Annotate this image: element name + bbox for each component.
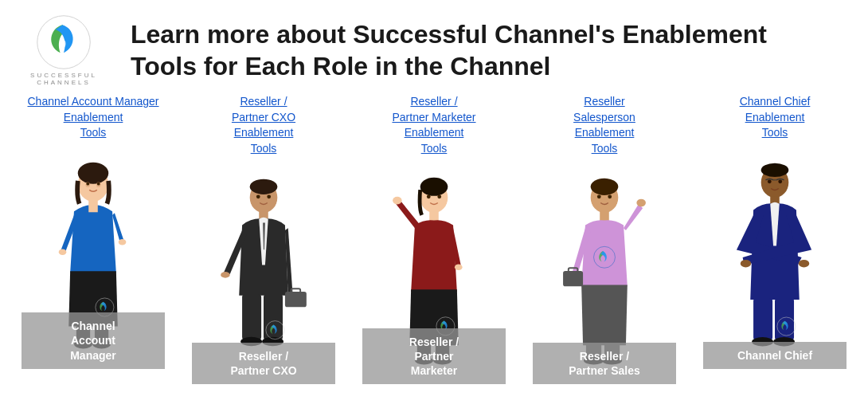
svg-point-44 — [636, 199, 646, 207]
svg-rect-60 — [775, 298, 794, 340]
cam-badge: ChannelAccountManager — [22, 312, 165, 369]
channel-account-manager-figure: ChannelAccountManager — [22, 146, 165, 369]
role-reseller-salesperson: ResellerSalespersonEnablementTools — [525, 94, 684, 384]
svg-point-17 — [250, 179, 278, 194]
channel-account-manager-link[interactable]: Channel Account ManagerEnablementTools — [28, 94, 159, 141]
logo-icon — [36, 14, 92, 70]
svg-point-55 — [761, 163, 789, 177]
svg-point-19 — [221, 272, 230, 278]
channel-chief-link[interactable]: Channel ChiefEnablementTools — [740, 94, 811, 141]
reseller-partner-marketer-figure: Reseller /PartnerMarketer — [362, 161, 506, 384]
role-reseller-partner-marketer: Reseller /Partner MarketerEnablementTool… — [354, 94, 514, 384]
svg-rect-21 — [291, 289, 301, 294]
reseller-salesperson-link[interactable]: ResellerSalespersonEnablementTools — [573, 94, 635, 156]
character-chief — [711, 158, 839, 357]
svg-point-32 — [393, 197, 402, 205]
svg-point-42 — [591, 179, 619, 195]
svg-point-3 — [78, 163, 108, 184]
svg-rect-59 — [753, 298, 772, 340]
svg-point-13 — [86, 183, 89, 186]
logo-text: Successful CHANNELS — [30, 72, 97, 86]
svg-point-63 — [768, 179, 772, 183]
svg-point-27 — [267, 195, 271, 199]
svg-point-39 — [437, 195, 441, 199]
chief-badge: Channel Chief — [703, 342, 846, 369]
page-title: Learn more about Successful Channel's En… — [131, 18, 767, 82]
svg-point-52 — [597, 195, 601, 199]
svg-point-5 — [59, 249, 67, 255]
svg-point-1 — [61, 40, 66, 49]
header: Successful CHANNELS Learn more about Suc… — [0, 0, 868, 94]
svg-point-33 — [455, 265, 463, 271]
svg-point-26 — [256, 195, 260, 199]
svg-point-14 — [97, 183, 100, 186]
logo: Successful CHANNELS — [16, 14, 111, 86]
svg-point-38 — [427, 195, 431, 199]
svg-point-58 — [799, 260, 809, 268]
reseller-partner-cxo-figure: Reseller /Partner CXO — [192, 161, 335, 384]
salesperson-badge: Reseller /Partner Sales — [533, 343, 676, 384]
svg-point-6 — [119, 239, 127, 245]
role-channel-chief: Channel ChiefEnablementTools — [695, 94, 854, 369]
svg-rect-4 — [88, 200, 98, 212]
svg-point-53 — [608, 195, 612, 199]
svg-point-64 — [778, 179, 782, 183]
cxo-badge: Reseller /Partner CXO — [192, 343, 335, 384]
channel-chief-figure: Channel Chief — [703, 146, 846, 369]
role-reseller-partner-cxo: Reseller /Partner CXOEnablementTools — [184, 94, 343, 384]
marketer-badge: Reseller /PartnerMarketer — [362, 328, 506, 385]
svg-point-57 — [741, 260, 751, 268]
reseller-partner-marketer-link[interactable]: Reseller /Partner MarketerEnablementTool… — [392, 94, 475, 156]
svg-point-30 — [420, 178, 448, 196]
reseller-salesperson-figure: Reseller /Partner Sales — [533, 161, 676, 384]
svg-rect-22 — [242, 294, 261, 340]
reseller-partner-cxo-link[interactable]: Reseller /Partner CXOEnablementTools — [232, 94, 295, 156]
roles-section: Channel Account ManagerEnablementTools — [0, 94, 868, 384]
role-channel-account-manager: Channel Account ManagerEnablementTools — [14, 94, 173, 369]
